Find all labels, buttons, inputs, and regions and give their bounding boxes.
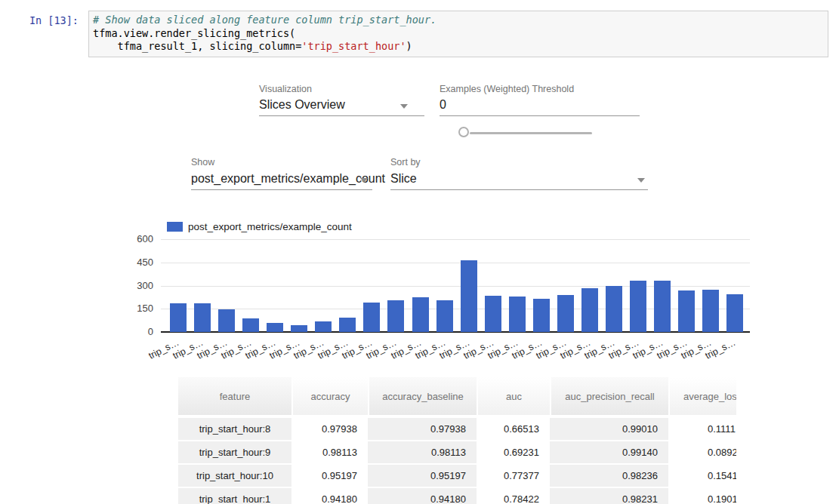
metrics-table-container: featureaccuracyaccuracy_baselineaucauc_p…: [178, 377, 736, 504]
bar[interactable]: [557, 295, 574, 332]
bar[interactable]: [726, 294, 743, 332]
column-header-auc_precision_recall[interactable]: auc_precision_recall: [550, 377, 668, 415]
y-axis-tick-label: 600: [119, 233, 153, 244]
bar[interactable]: [485, 296, 501, 332]
metric-cell: 0.97938: [368, 415, 477, 441]
bar[interactable]: [461, 260, 477, 332]
metric-cell: 0.99010: [550, 415, 668, 441]
notebook-page: In [13]: # Show data sliced along featur…: [0, 0, 839, 504]
y-axis-tick-label: 300: [119, 280, 153, 291]
metric-cell: 0.99140: [550, 441, 668, 465]
metric-cell: 0.77377: [477, 465, 550, 488]
metric-cell: 0.1901: [668, 488, 736, 504]
bar[interactable]: [363, 303, 380, 332]
bar[interactable]: [581, 288, 598, 332]
bar[interactable]: [436, 300, 453, 332]
metric-cell: 0.94180: [291, 488, 368, 504]
bar[interactable]: [339, 318, 356, 332]
bar[interactable]: [606, 286, 622, 332]
metric-cell: 0.1111: [668, 415, 736, 441]
legend-swatch: [167, 222, 183, 232]
bar[interactable]: [267, 323, 283, 332]
bar[interactable]: [387, 300, 404, 332]
bar[interactable]: [509, 297, 526, 332]
metric-cell: 0.95197: [291, 465, 368, 488]
feature-cell: trip_start_hour:10: [178, 465, 291, 488]
y-axis-tick-label: 0: [119, 326, 153, 337]
metric-cell: 0.98113: [368, 441, 477, 465]
table-row[interactable]: trip_start_hour:80.979380.979380.665130.…: [178, 415, 736, 441]
metric-cell: 0.1541: [668, 465, 736, 488]
column-header-accuracy[interactable]: accuracy: [291, 377, 368, 415]
table-header-row: featureaccuracyaccuracy_baselineaucauc_p…: [178, 377, 736, 415]
table-row[interactable]: trip_start_hour:90.981130.981130.692310.…: [178, 441, 736, 465]
bar[interactable]: [170, 303, 187, 332]
bar[interactable]: [412, 297, 429, 332]
metric-cell: 0.98236: [550, 465, 668, 488]
bar[interactable]: [533, 299, 550, 332]
column-header-feature[interactable]: feature: [178, 377, 291, 415]
feature-cell: trip_start_hour:8: [178, 415, 291, 441]
metrics-table: featureaccuracyaccuracy_baselineaucauc_p…: [178, 377, 736, 504]
bar[interactable]: [291, 325, 307, 332]
metric-cell: 0.0892: [668, 441, 736, 465]
y-axis-tick-label: 450: [119, 257, 153, 268]
bar[interactable]: [194, 303, 211, 332]
column-header-auc[interactable]: auc: [477, 377, 550, 415]
bar[interactable]: [315, 321, 332, 332]
gridline: [161, 239, 750, 240]
feature-cell: trip_start_hour:1: [178, 488, 291, 504]
metric-cell: 0.94180: [368, 488, 477, 504]
y-axis-tick-label: 150: [119, 303, 153, 314]
metric-cell: 0.97938: [291, 415, 368, 441]
metric-cell: 0.98231: [550, 488, 668, 504]
table-row[interactable]: trip_start_hour:10.941800.941800.784220.…: [178, 488, 736, 504]
legend-label: post_export_metrics/example_count: [188, 221, 352, 232]
bar[interactable]: [654, 281, 671, 332]
metric-cell: 0.78422: [477, 488, 550, 504]
metric-cell: 0.95197: [368, 465, 477, 488]
bar[interactable]: [630, 281, 646, 332]
bar[interactable]: [218, 309, 235, 332]
column-header-average_los[interactable]: average_los: [668, 377, 736, 415]
gridline: [161, 263, 750, 263]
table-row[interactable]: trip_start_hour:100.951970.951970.773770…: [178, 465, 736, 488]
bar-chart: post_export_metrics/example_count 015030…: [0, 0, 839, 377]
bar[interactable]: [242, 318, 259, 332]
metric-cell: 0.66513: [477, 415, 550, 441]
column-header-accuracy_baseline[interactable]: accuracy_baseline: [368, 377, 477, 415]
metric-cell: 0.69231: [477, 441, 550, 465]
metric-cell: 0.98113: [291, 441, 368, 465]
bar[interactable]: [702, 290, 719, 332]
feature-cell: trip_start_hour:9: [178, 441, 291, 465]
bar[interactable]: [678, 290, 695, 332]
